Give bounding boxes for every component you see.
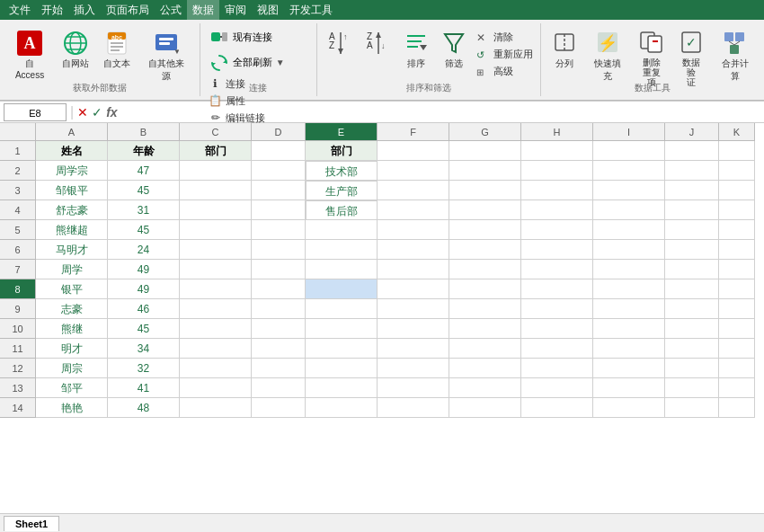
cell-j6[interactable] — [665, 240, 719, 260]
row-header-12[interactable]: 12 — [0, 359, 36, 378]
cell-g2[interactable] — [449, 161, 521, 181]
cell-h2[interactable] — [521, 161, 593, 181]
cell-f7[interactable] — [378, 260, 449, 279]
cell-c14[interactable] — [180, 398, 252, 418]
cell-i3[interactable] — [593, 181, 665, 200]
cell-a12[interactable]: 周宗 — [36, 359, 108, 378]
cell-i6[interactable] — [593, 240, 665, 260]
cell-j4[interactable] — [665, 200, 719, 220]
cell-g7[interactable] — [449, 260, 521, 279]
cell-g6[interactable] — [449, 240, 521, 260]
cell-i5[interactable] — [593, 220, 665, 240]
cell-h5[interactable] — [521, 220, 593, 240]
cell-f2[interactable] — [378, 161, 449, 181]
cell-g10[interactable] — [449, 319, 521, 339]
cell-j12[interactable] — [665, 359, 719, 378]
col-header-k[interactable]: K — [719, 123, 755, 141]
cell-k5[interactable] — [719, 220, 755, 240]
cell-d7[interactable] — [252, 260, 306, 279]
row-header-9[interactable]: 9 — [0, 299, 36, 319]
col-header-f[interactable]: F — [378, 123, 449, 141]
cell-h10[interactable] — [521, 319, 593, 339]
col-header-j[interactable]: J — [665, 123, 719, 141]
cell-h11[interactable] — [521, 339, 593, 359]
cell-a8[interactable]: 银平 — [36, 279, 108, 299]
cell-g1[interactable] — [449, 141, 521, 161]
cell-k11[interactable] — [719, 339, 755, 359]
cell-i10[interactable] — [593, 319, 665, 339]
cell-j5[interactable] — [665, 220, 719, 240]
cell-k2[interactable] — [719, 161, 755, 181]
col-header-i[interactable]: I — [593, 123, 665, 141]
cell-g12[interactable] — [449, 359, 521, 378]
cell-a7[interactable]: 周学 — [36, 260, 108, 279]
cell-c2[interactable] — [180, 161, 252, 181]
col-header-c[interactable]: C — [180, 123, 252, 141]
cell-e6[interactable] — [306, 240, 378, 260]
menu-data[interactable]: 数据 — [187, 0, 219, 20]
cell-c9[interactable] — [180, 299, 252, 319]
cell-h4[interactable] — [521, 200, 593, 220]
ribbon-item-clear[interactable]: ✕ 清除 — [474, 29, 536, 45]
cell-g11[interactable] — [449, 339, 521, 359]
cell-e10[interactable] — [306, 319, 378, 339]
cell-k4[interactable] — [719, 200, 755, 220]
cell-e12[interactable] — [306, 359, 378, 378]
cell-i13[interactable] — [593, 378, 665, 398]
cell-b12[interactable]: 32 — [108, 359, 180, 378]
cell-k12[interactable] — [719, 359, 755, 378]
cell-d14[interactable] — [252, 398, 306, 418]
cell-d6[interactable] — [252, 240, 306, 260]
cell-d10[interactable] — [252, 319, 306, 339]
cell-j7[interactable] — [665, 260, 719, 279]
cell-k14[interactable] — [719, 398, 755, 418]
cell-d8[interactable] — [252, 279, 306, 299]
cell-d4[interactable] — [252, 200, 306, 220]
col-header-b[interactable]: B — [108, 123, 180, 141]
cell-a1[interactable]: 姓名 — [36, 141, 108, 161]
cell-a11[interactable]: 明才 — [36, 339, 108, 359]
cell-f14[interactable] — [378, 398, 449, 418]
row-header-3[interactable]: 3 — [0, 181, 36, 200]
ribbon-item-edit-links[interactable]: ✏ 编辑链接 — [206, 110, 268, 126]
cell-i7[interactable] — [593, 260, 665, 279]
menu-page-layout[interactable]: 页面布局 — [101, 0, 155, 20]
col-header-g[interactable]: G — [449, 123, 521, 141]
cell-a3[interactable]: 邹银平 — [36, 181, 108, 200]
cell-d13[interactable] — [252, 378, 306, 398]
cell-b14[interactable]: 48 — [108, 398, 180, 418]
cell-k3[interactable] — [719, 181, 755, 200]
sheet-tab-1[interactable]: Sheet1 — [4, 516, 59, 531]
cell-a14[interactable]: 艳艳 — [36, 398, 108, 418]
cell-c13[interactable] — [180, 378, 252, 398]
cell-h3[interactable] — [521, 181, 593, 200]
cell-e3[interactable]: 生产部 — [306, 181, 378, 200]
cell-d12[interactable] — [252, 359, 306, 378]
cell-a2[interactable]: 周学宗 — [36, 161, 108, 181]
cell-f1[interactable] — [378, 141, 449, 161]
cell-f5[interactable] — [378, 220, 449, 240]
ribbon-item-reapply[interactable]: ↺ 重新应用 — [474, 46, 536, 62]
menu-file[interactable]: 文件 — [4, 0, 36, 20]
cell-a9[interactable]: 志豪 — [36, 299, 108, 319]
cell-a5[interactable]: 熊继超 — [36, 220, 108, 240]
ribbon-item-refresh-all[interactable]: 全部刷新 ▼ — [206, 50, 289, 74]
cell-c8[interactable] — [180, 279, 252, 299]
cell-b10[interactable]: 45 — [108, 319, 180, 339]
confirm-formula-icon[interactable]: ✓ — [92, 105, 102, 120]
cell-b6[interactable]: 24 — [108, 240, 180, 260]
cell-g13[interactable] — [449, 378, 521, 398]
cell-g8[interactable] — [449, 279, 521, 299]
cell-b1[interactable]: 年龄 — [108, 141, 180, 161]
cell-h12[interactable] — [521, 359, 593, 378]
cell-i14[interactable] — [593, 398, 665, 418]
cell-j8[interactable] — [665, 279, 719, 299]
cell-h14[interactable] — [521, 398, 593, 418]
cell-f12[interactable] — [378, 359, 449, 378]
cell-h7[interactable] — [521, 260, 593, 279]
cell-k13[interactable] — [719, 378, 755, 398]
cell-e2[interactable]: 技术部 — [306, 161, 378, 181]
cell-f3[interactable] — [378, 181, 449, 200]
menu-developer[interactable]: 开发工具 — [284, 0, 338, 20]
cell-i2[interactable] — [593, 161, 665, 181]
